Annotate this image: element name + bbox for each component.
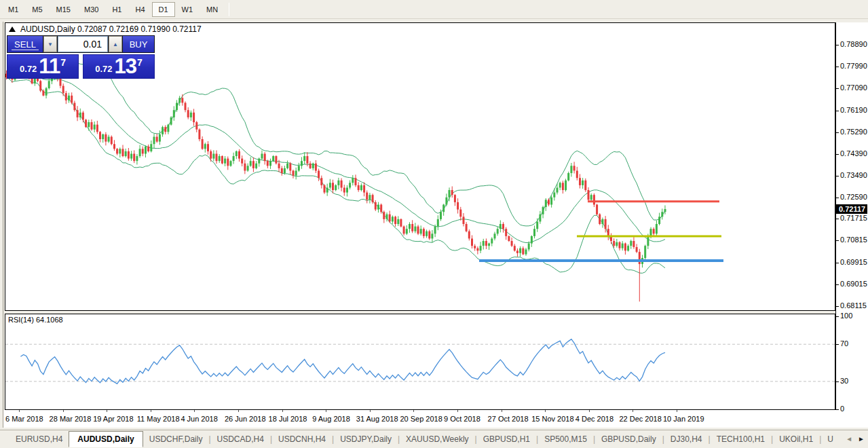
rsi-tick-label: 0 <box>840 405 844 413</box>
timeframe-button-h1[interactable]: H1 <box>105 2 128 17</box>
one-click-trading-panel: SELL ▼ 0.01 ▲ BUY 0.72 11 7 0.72 13 7 <box>7 35 155 79</box>
time-tick <box>413 410 414 412</box>
time-tick <box>633 410 633 412</box>
price-tick-label: 0.74390 <box>840 149 867 157</box>
one-click-toggle-icon[interactable] <box>9 26 16 32</box>
time-tick <box>545 410 546 412</box>
date-label: 9 Aug 2018 <box>312 415 350 423</box>
price-tick-label: 0.75290 <box>840 128 867 136</box>
rsi-tick-label: 30 <box>840 377 848 385</box>
price-axis[interactable]: 0.72117 0.788900.779900.770900.761900.75… <box>835 22 868 428</box>
date-label: 28 Mar 2018 <box>50 415 92 423</box>
current-price-tag: 0.72117 <box>836 204 867 214</box>
ask-prefix: 0.72 <box>95 64 112 74</box>
date-label: 20 Sep 2018 <box>400 415 442 423</box>
date-label: 9 Oct 2018 <box>444 415 480 423</box>
price-tick-label: 0.71715 <box>840 214 867 222</box>
bid-prefix: 0.72 <box>20 64 37 74</box>
time-axis[interactable]: 6 Mar 201828 Mar 201819 Apr 201811 May 2… <box>3 410 835 428</box>
timeframe-button-mn[interactable]: MN <box>200 2 225 17</box>
ask-price-box[interactable]: 0.72 13 7 <box>83 54 155 79</box>
ask-point: 7 <box>137 57 143 68</box>
chart-window: AUDUSD,Daily 0.72087 0.72169 0.71990 0.7… <box>0 19 868 430</box>
timeframe-button-d1[interactable]: D1 <box>152 2 175 17</box>
tab-scroll-right-icon[interactable]: ► <box>858 435 865 443</box>
rsi-indicator-label: RSI(14) 64.1068 <box>8 316 63 324</box>
time-tick <box>194 410 195 412</box>
time-tick <box>502 410 502 412</box>
tab-dj30-h4[interactable]: DJ30,H4 <box>664 432 709 447</box>
sell-button[interactable]: SELL <box>7 36 43 52</box>
price-tick-label: 0.78890 <box>840 40 867 48</box>
date-label: 26 Jun 2018 <box>225 415 266 423</box>
timeframe-button-m15[interactable]: M15 <box>50 2 77 17</box>
date-label: 31 Aug 2018 <box>356 415 398 423</box>
timeframe-button-h4[interactable]: H4 <box>128 2 151 17</box>
tab-usdcad-h4[interactable]: USDCAD,H4 <box>211 432 270 447</box>
price-tick-label: 0.69015 <box>840 280 867 288</box>
tab-eurusd-h4[interactable]: EURUSD,H4 <box>10 432 69 447</box>
tab-u[interactable]: U <box>821 432 839 447</box>
tab-tech100-h1[interactable]: TECH100,H1 <box>711 432 771 447</box>
time-tick <box>107 410 107 412</box>
price-tick-label: 0.77090 <box>840 83 867 92</box>
tab-usdcnh-h4[interactable]: USDCNH,H4 <box>272 432 332 447</box>
bid-pips: 11 <box>39 56 60 77</box>
buy-button[interactable]: BUY <box>123 36 154 52</box>
time-tick <box>677 410 677 412</box>
ask-pips: 13 <box>115 56 136 77</box>
volume-increase-button[interactable]: ▲ <box>109 36 122 52</box>
tab-usdchf-daily[interactable]: USDCHF,Daily <box>143 432 209 447</box>
date-label: 22 Dec 2018 <box>619 415 661 423</box>
time-tick <box>238 410 239 412</box>
price-tick-label: 0.73490 <box>840 171 867 179</box>
date-label: 10 Jan 2019 <box>663 415 704 423</box>
time-tick <box>151 410 151 412</box>
date-label: 11 May 2018 <box>137 415 180 423</box>
rsi-tick-label: 100 <box>840 312 852 320</box>
price-tick-label: 0.69915 <box>840 258 867 266</box>
time-tick <box>457 410 458 412</box>
price-axis-border <box>835 22 836 410</box>
time-tick <box>282 410 283 412</box>
tab-ukoil-h1[interactable]: UKOil,H1 <box>773 432 819 447</box>
tab-scroll-left-icon[interactable]: ◄ <box>846 435 852 443</box>
date-label: 18 Jul 2018 <box>269 415 307 423</box>
date-label: 27 Oct 2018 <box>488 415 529 423</box>
price-tick-label: 0.70815 <box>840 236 867 244</box>
toolbar-separator <box>229 3 229 16</box>
time-tick <box>19 410 20 412</box>
price-tick-label: 0.76190 <box>840 106 867 114</box>
date-label: 4 Jun 2018 <box>181 415 217 423</box>
time-tick <box>63 410 64 412</box>
date-label: 15 Nov 2018 <box>531 415 573 423</box>
chevron-down-icon: ▼ <box>48 41 53 48</box>
tab-audusd-daily[interactable]: AUDUSD,Daily <box>69 431 143 447</box>
tab-gbpusd-daily[interactable]: GBPUSD,Daily <box>595 432 662 447</box>
time-tick <box>326 410 326 412</box>
bid-price-box[interactable]: 0.72 11 7 <box>7 54 79 79</box>
bid-point: 7 <box>60 57 66 68</box>
timeframe-toolbar: M1M5M15M30H1H4D1W1MN <box>0 0 868 19</box>
date-label: 6 Mar 2018 <box>5 415 43 423</box>
timeframe-button-m30[interactable]: M30 <box>77 2 105 17</box>
volume-decrease-button[interactable]: ▼ <box>43 36 57 52</box>
rsi-tick-label: 70 <box>840 339 848 348</box>
chevron-up-icon: ▲ <box>113 41 118 48</box>
tab-gbpusd-h1[interactable]: GBPUSD,H1 <box>477 432 536 447</box>
tab-usdjpy-daily[interactable]: USDJPY,Daily <box>334 432 398 447</box>
time-tick <box>589 410 590 412</box>
volume-input[interactable]: 0.01 <box>58 36 108 52</box>
tab-xauusd-weekly[interactable]: XAUUSD,Weekly <box>400 432 474 447</box>
date-label: 4 Dec 2018 <box>575 415 614 423</box>
chart-tab-bar: EURUSD,H4AUDUSD,DailyUSDCHF,Daily|USDCAD… <box>0 430 868 448</box>
timeframe-button-m5[interactable]: M5 <box>25 2 49 17</box>
tab-sp500-m15[interactable]: SP500,M15 <box>538 432 593 447</box>
rsi-indicator-canvas[interactable] <box>0 310 868 411</box>
price-tick-label: 0.77990 <box>840 62 867 70</box>
date-label: 19 Apr 2018 <box>93 415 133 423</box>
timeframe-button-w1[interactable]: W1 <box>175 2 200 17</box>
time-tick <box>370 410 371 412</box>
price-tick-label: 0.72590 <box>840 193 867 201</box>
timeframe-button-m1[interactable]: M1 <box>1 2 25 17</box>
